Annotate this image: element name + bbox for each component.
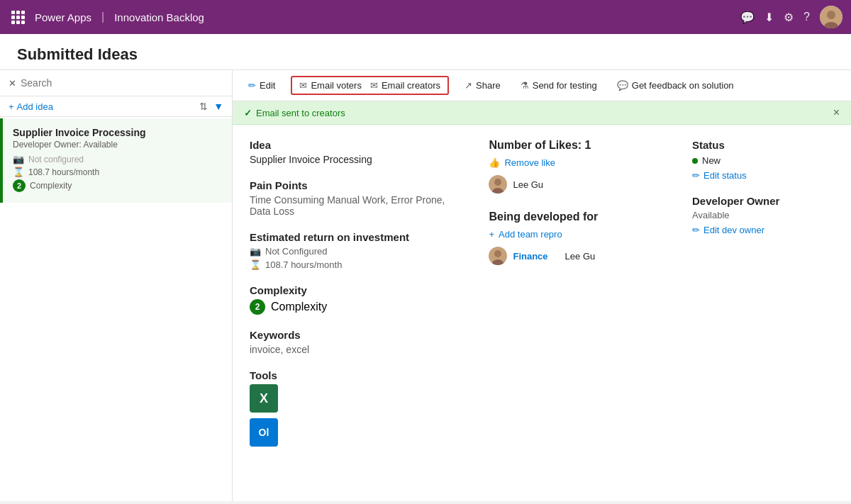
user-avatar[interactable] — [820, 6, 842, 28]
add-idea-button[interactable]: + Add idea — [9, 101, 53, 112]
remove-like-label: Remove like — [504, 157, 555, 168]
get-feedback-button[interactable]: 💬 Get feedback on solution — [613, 77, 738, 94]
send-testing-button[interactable]: ⚗ Send for testing — [516, 77, 601, 94]
section-name: Innovation Backlog — [114, 11, 204, 23]
email-buttons-group: ✉ Email voters ✉ Email creators — [291, 76, 449, 95]
idea-label: Idea — [250, 139, 466, 151]
tools-section: Tools X Ol — [250, 369, 466, 449]
email-voters-icon: ✉ — [299, 80, 307, 91]
share-icon: ↗ — [465, 80, 472, 91]
topbar-separator: | — [101, 11, 104, 23]
team-name[interactable]: Finance — [513, 251, 547, 262]
edit-pencil-icon: ✏ — [248, 80, 256, 91]
email-creators-label: Email creators — [382, 80, 440, 91]
idea-card-complexity: 2 Complexity — [13, 179, 222, 192]
status-row: New — [692, 155, 834, 166]
check-icon: ✓ — [244, 108, 252, 118]
sidebar-actions: + Add idea ⇅ ▼ — [0, 96, 232, 117]
add-team-icon: + — [489, 229, 494, 240]
excel-tool-icon[interactable]: X — [250, 384, 278, 413]
get-feedback-label: Get feedback on solution — [632, 80, 734, 91]
tools-label: Tools — [250, 369, 466, 381]
svg-point-4 — [494, 179, 501, 186]
close-banner-button[interactable]: × — [833, 106, 840, 119]
roi-not-configured: 📷 Not Configured — [250, 246, 466, 257]
download-icon[interactable]: ⬇ — [764, 11, 774, 24]
search-input[interactable] — [21, 77, 223, 89]
help-icon[interactable]: ? — [803, 11, 810, 23]
add-idea-label: Add idea — [17, 101, 53, 112]
topbar-left: Power Apps | Innovation Backlog — [9, 8, 204, 27]
add-team-label: Add team repro — [499, 229, 562, 240]
team-avatar — [489, 247, 507, 265]
status-dot-icon — [692, 158, 698, 164]
email-voters-label: Email voters — [311, 80, 362, 91]
filter-icon[interactable]: ▼ — [213, 101, 223, 112]
sidebar-controls: ⇅ ▼ — [199, 101, 223, 112]
complexity-number: 2 — [250, 299, 265, 315]
edit-dev-icon: ✏ — [692, 225, 700, 235]
detail-content: Idea Supplier Invoice Processing Pain Po… — [233, 125, 851, 501]
being-developed-section: Being developed for + Add team repro — [489, 211, 669, 265]
remove-like-button[interactable]: 👍 Remove like — [489, 157, 669, 168]
keywords-label: Keywords — [250, 329, 466, 341]
settings-icon[interactable]: ⚙ — [784, 11, 794, 24]
tools-list: X Ol — [250, 384, 466, 449]
share-button[interactable]: ↗ Share — [460, 77, 505, 94]
success-banner-content: ✓ Email sent to creators — [244, 108, 345, 118]
waffle-menu[interactable] — [9, 8, 28, 27]
hourglass-icon: ⌛ — [13, 167, 24, 177]
sort-icon[interactable]: ⇅ — [199, 101, 208, 112]
pain-points-label: Pain Points — [250, 179, 466, 191]
idea-card-developer: Developer Owner: Available — [13, 140, 222, 150]
topbar: Power Apps | Innovation Backlog 💬 ⬇ ⚙ ? — [0, 0, 851, 34]
thumb-icon: 👍 — [489, 157, 500, 168]
email-creators-button[interactable]: ✉ Email creators — [366, 79, 445, 92]
roi-camera-icon: 📷 — [250, 246, 261, 257]
success-banner: ✓ Email sent to creators × — [233, 101, 851, 125]
sidebar-search-bar: ✕ — [0, 70, 232, 96]
outlook-tool-icon[interactable]: Ol — [250, 418, 278, 447]
main-layout: ✕ + Add idea ⇅ ▼ Supplier Invoice Proces… — [0, 70, 851, 501]
liker-avatar — [489, 175, 507, 194]
status-value: New — [702, 155, 721, 166]
edit-button[interactable]: ✏ Edit — [244, 77, 279, 94]
idea-card[interactable]: Supplier Invoice Processing Developer Ow… — [0, 118, 232, 203]
likes-title: Number of Likes: 1 — [489, 139, 669, 152]
add-team-button[interactable]: + Add team repro — [489, 229, 669, 240]
team-person-name: Lee Gu — [565, 251, 596, 262]
close-search-icon[interactable]: ✕ — [9, 78, 16, 89]
complexity-detail: 2 Complexity — [250, 299, 466, 315]
edit-dev-owner-button[interactable]: ✏ Edit dev owner — [692, 225, 834, 235]
being-developed-title: Being developed for — [489, 211, 669, 223]
svg-point-1 — [827, 11, 835, 19]
camera-icon: 📷 — [13, 154, 24, 164]
roi-section: Estimated return on investment 📷 Not Con… — [250, 231, 466, 270]
keywords-section: Keywords invoice, excel — [250, 329, 466, 355]
email-voters-button[interactable]: ✉ Email voters — [295, 79, 366, 92]
roi-hours: ⌛ 108.7 hours/month — [250, 259, 466, 270]
app-name: Power Apps — [35, 11, 91, 23]
detail-column-1: Idea Supplier Invoice Processing Pain Po… — [250, 139, 466, 487]
share-label: Share — [476, 80, 501, 91]
idea-section: Idea Supplier Invoice Processing — [250, 139, 466, 165]
edit-status-button[interactable]: ✏ Edit status — [692, 170, 834, 181]
page-title: Submitted Ideas — [17, 45, 834, 64]
roi-hourglass-icon: ⌛ — [250, 259, 261, 270]
add-icon: + — [9, 101, 14, 112]
liker-row: Lee Gu — [489, 175, 669, 194]
detail-column-3: Status New ✏ Edit status Developer Owner… — [692, 139, 834, 487]
topbar-right: 💬 ⬇ ⚙ ? — [740, 6, 842, 28]
detail-toolbar: ✏ Edit ✉ Email voters ✉ Email creators ↗… — [233, 70, 851, 101]
complexity-label: Complexity — [250, 284, 466, 296]
complexity-badge: 2 — [13, 179, 26, 192]
roi-label: Estimated return on investment — [250, 231, 466, 243]
page-title-bar: Submitted Ideas — [0, 34, 851, 70]
edit-status-icon: ✏ — [692, 170, 700, 181]
detail-column-2: Number of Likes: 1 👍 Remove like — [489, 139, 669, 487]
send-testing-label: Send for testing — [533, 80, 597, 91]
complexity-section: Complexity 2 Complexity — [250, 284, 466, 315]
idea-card-title: Supplier Invoice Processing — [13, 127, 222, 138]
chat-icon[interactable]: 💬 — [740, 11, 755, 24]
detail-area: ✏ Edit ✉ Email voters ✉ Email creators ↗… — [233, 70, 851, 501]
